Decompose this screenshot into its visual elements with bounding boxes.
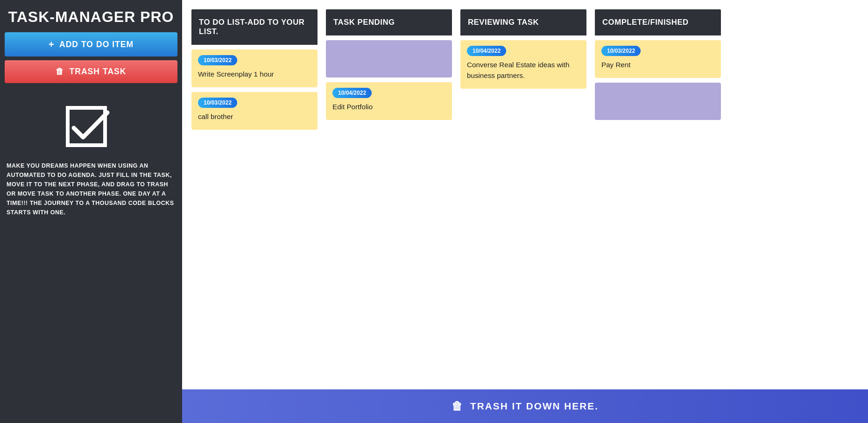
column-header-reviewing: REVIEWING TASK: [460, 9, 586, 35]
trash-icon: 🗑: [56, 67, 64, 77]
column-todo: TO DO LIST-ADD TO YOUR LIST.10/03/2022Wr…: [191, 9, 318, 389]
add-todo-button[interactable]: + ADD TO DO ITEM: [5, 32, 177, 56]
column-header-complete: COMPLETE/FINISHED: [595, 9, 721, 35]
card-c2[interactable]: 10/03/2022call brother: [191, 92, 318, 130]
footer-trash-label: TRASH IT DOWN HERE.: [470, 401, 599, 412]
sidebar-icon-area: [0, 106, 182, 152]
card-text-c1: Write Screenplay 1 hour: [198, 69, 311, 80]
card-c4[interactable]: 10/04/2022Edit Portfolio: [326, 82, 452, 120]
app-title: TASK-MANAGER PRO: [0, 0, 182, 32]
card-text-c5: Converse Real Estate ideas with business…: [467, 60, 580, 81]
card-date-badge-c5: 10/04/2022: [467, 46, 506, 56]
cards-container-pending: 10/04/2022Edit Portfolio: [326, 35, 452, 389]
add-todo-label: ADD TO DO ITEM: [59, 40, 134, 49]
plus-icon: +: [49, 39, 55, 50]
card-date-badge-c1: 10/03/2022: [198, 55, 237, 65]
card-date-badge-c6: 10/03/2022: [601, 46, 641, 56]
trash-task-label: TRASH TASK: [69, 67, 126, 77]
column-header-todo: TO DO LIST-ADD TO YOUR LIST.: [191, 9, 318, 45]
card-c6[interactable]: 10/03/2022Pay Rent: [595, 40, 721, 78]
footer-trash-zone[interactable]: 🗑 TRASH IT DOWN HERE.: [182, 389, 868, 423]
card-text-c4: Edit Portfolio: [332, 102, 445, 113]
cards-container-todo: 10/03/2022Write Screenplay 1 hour10/03/2…: [191, 45, 318, 389]
footer-trash-icon: 🗑: [452, 400, 464, 413]
card-text-c6: Pay Rent: [601, 60, 714, 70]
checkbox-icon: [65, 106, 117, 152]
card-c7[interactable]: [595, 83, 721, 120]
app-layout: TASK-MANAGER PRO + ADD TO DO ITEM 🗑 TRAS…: [0, 0, 868, 423]
sidebar-tagline: MAKE YOU DREAMS HAPPEN WHEN USING AN AUT…: [0, 162, 182, 218]
column-pending: TASK PENDING10/04/2022Edit Portfolio: [326, 9, 452, 389]
columns-area: TO DO LIST-ADD TO YOUR LIST.10/03/2022Wr…: [182, 0, 868, 389]
main-content: TO DO LIST-ADD TO YOUR LIST.10/03/2022Wr…: [182, 0, 868, 423]
card-text-c2: call brother: [198, 112, 311, 122]
column-complete: COMPLETE/FINISHED10/03/2022Pay Rent: [595, 9, 721, 389]
sidebar: TASK-MANAGER PRO + ADD TO DO ITEM 🗑 TRAS…: [0, 0, 182, 423]
card-c3[interactable]: [326, 40, 452, 78]
card-date-badge-c4: 10/04/2022: [332, 88, 372, 98]
card-c1[interactable]: 10/03/2022Write Screenplay 1 hour: [191, 49, 318, 87]
cards-container-reviewing: 10/04/2022Converse Real Estate ideas wit…: [460, 35, 586, 389]
cards-container-complete: 10/03/2022Pay Rent: [595, 35, 721, 389]
column-header-pending: TASK PENDING: [326, 9, 452, 35]
card-c5[interactable]: 10/04/2022Converse Real Estate ideas wit…: [460, 40, 586, 89]
trash-task-button[interactable]: 🗑 TRASH TASK: [5, 60, 177, 83]
card-date-badge-c2: 10/03/2022: [198, 98, 237, 108]
column-reviewing: REVIEWING TASK10/04/2022Converse Real Es…: [460, 9, 586, 389]
